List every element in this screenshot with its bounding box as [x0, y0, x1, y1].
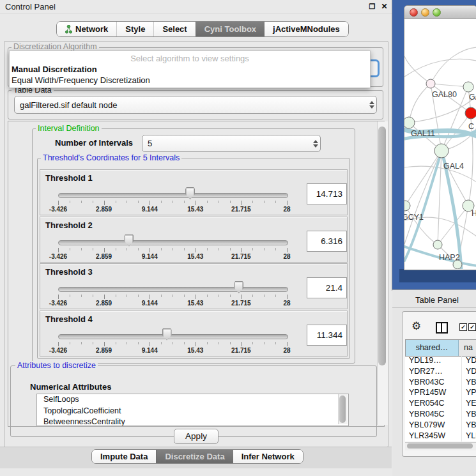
slider-track[interactable] — [58, 193, 288, 198]
settings-scrollbar-thumb[interactable] — [378, 127, 386, 365]
table-panel-title: Table Panel — [415, 295, 459, 305]
slider-tick-label: 21.715 — [231, 300, 251, 307]
apply-button[interactable]: Apply — [174, 429, 219, 444]
number-of-intervals-combobox[interactable]: 5 — [142, 135, 321, 152]
attributes-scrollbar-thumb[interactable] — [339, 395, 346, 423]
network-node-label: C — [468, 122, 474, 131]
table-hscrollbar-thumb[interactable] — [407, 443, 473, 449]
slider-tick — [252, 342, 253, 344]
close-icon[interactable]: ✕ — [380, 3, 388, 11]
slider-track[interactable] — [58, 287, 288, 292]
attribute-list-item[interactable]: BetweennessCentrality — [37, 417, 348, 426]
slider-tick-label: 28 — [283, 253, 290, 260]
algorithm-option[interactable]: Manual Discretization — [12, 65, 97, 74]
slider-tick-label: -3.426 — [49, 347, 67, 354]
column-header-name[interactable]: na — [459, 340, 476, 356]
network-node-gal80[interactable] — [426, 79, 435, 88]
slider-track[interactable] — [58, 240, 288, 245]
cell-shared-name: YER054C — [405, 399, 462, 410]
network-graph[interactable]: GAL80GACGAL11GAL4GCY1HHAP2 — [404, 18, 476, 269]
network-window-titlebar[interactable] — [404, 6, 476, 19]
threshold-value-field[interactable]: 11.344 — [307, 325, 347, 346]
minimize-traffic-light-icon[interactable] — [421, 8, 429, 17]
tab-infer-network[interactable]: Infer Network — [233, 450, 303, 463]
table-row[interactable]: YBR043CYBR0 — [405, 378, 476, 388]
threshold-value-field[interactable]: 6.316 — [307, 231, 347, 252]
slider-tick — [264, 295, 265, 297]
threshold-value-field[interactable]: 14.713 — [307, 183, 347, 204]
slider-tick — [161, 295, 162, 297]
slider-tick — [219, 295, 219, 297]
table-row[interactable]: YBL079WYBL0 — [405, 420, 476, 431]
network-node-ga[interactable] — [463, 82, 473, 92]
slider-tick-label: 15.43 — [187, 206, 203, 213]
close-traffic-light-icon[interactable] — [410, 8, 418, 17]
threshold-panel-3: Threshold 3-3.4262.8599.14415.4321.71528… — [40, 263, 348, 309]
cell-name: YLR3 — [462, 431, 476, 441]
tab-label: Infer Network — [242, 450, 295, 463]
cell-shared-name: YDR27… — [405, 367, 462, 378]
table-row[interactable]: YPR145WYPR1 — [405, 388, 476, 399]
top-tab-bar: NetworkStyleSelectCyni ToolboxjActiveMNo… — [56, 21, 349, 37]
split-columns-icon[interactable] — [436, 322, 448, 334]
network-icon — [65, 25, 72, 34]
tab-network[interactable]: Network — [57, 22, 116, 36]
slider-track[interactable] — [58, 334, 288, 339]
slider-tick — [58, 342, 59, 346]
slider-tick — [81, 295, 82, 297]
slider-tick — [104, 248, 105, 252]
network-node-c[interactable] — [465, 107, 476, 119]
network-node-hap2[interactable] — [433, 240, 442, 249]
network-node[interactable] — [453, 260, 462, 269]
network-node-gal4[interactable] — [434, 144, 449, 158]
slider-tick — [230, 295, 231, 297]
table-data-combobox[interactable]: galFiltered.sif default node — [14, 96, 377, 114]
checkbox-icon[interactable]: ✓ — [459, 323, 467, 331]
gear-icon[interactable]: ⚙ — [411, 319, 421, 333]
table-header-row: shared… na — [405, 339, 476, 357]
algorithm-dropdown-popup: Select algorithm to view settings Manual… — [9, 50, 371, 88]
slider-tick-label: -3.426 — [49, 300, 67, 307]
table-data-combobox-value: galFiltered.sif default node — [15, 100, 367, 110]
cell-shared-name: YBR045C — [405, 410, 462, 420]
control-panel-titlebar: Control Panel ❐ ✕ — [0, 0, 392, 14]
network-edge — [404, 151, 441, 244]
table-row[interactable]: YDL19…YDL1 — [405, 356, 476, 367]
checkbox-icon[interactable]: ✓ — [468, 323, 476, 331]
slider-tick — [81, 342, 82, 344]
tab-impute-data[interactable]: Impute Data — [92, 450, 156, 463]
tab-cyni-toolbox[interactable]: Cyni Toolbox — [196, 22, 265, 36]
tab-discretize-data[interactable]: Discretize Data — [156, 450, 233, 463]
table-row[interactable]: YER054CYER0 — [405, 399, 476, 410]
network-node-gal11[interactable] — [404, 117, 415, 128]
attribute-list-item[interactable]: TopologicalCoefficient — [37, 406, 348, 417]
network-edge — [431, 84, 468, 87]
network-node-gcy1[interactable] — [404, 201, 410, 211]
tab-style[interactable]: Style — [116, 22, 153, 36]
slider-tick — [230, 201, 231, 203]
slider-tick — [58, 295, 59, 299]
threshold-value-field[interactable]: 21.4 — [307, 277, 347, 298]
float-window-icon[interactable]: ❐ — [368, 3, 376, 11]
slider-tick-label: 2.859 — [96, 253, 112, 260]
slider-tick — [81, 248, 82, 250]
table-row[interactable]: YBR045CYBR0 — [405, 410, 476, 420]
table-row[interactable]: YDR27…YDR2 — [405, 367, 476, 378]
bottom-tab-bar: Impute DataDiscretize DataInfer Network — [91, 449, 303, 464]
zoom-traffic-light-icon[interactable] — [433, 8, 441, 17]
slider-tick — [264, 342, 265, 344]
slider-tick — [219, 201, 219, 203]
column-header-shared-name[interactable]: shared… — [405, 340, 459, 356]
interval-definition-title: Interval Definition — [36, 124, 102, 133]
slider-tick — [196, 295, 196, 299]
table-row[interactable]: YLR345WYLR3 — [405, 431, 476, 441]
algorithm-option[interactable]: Equal Width/Frequency Discretization — [12, 75, 150, 85]
thresholds-group-title: Threshold's Coordinates for 5 Intervals — [41, 153, 181, 162]
numerical-attributes-list[interactable]: SelfLoopsTopologicalCoefficientBetweenne… — [36, 394, 349, 426]
tab-select[interactable]: Select — [153, 22, 195, 36]
slider-tick — [275, 248, 276, 250]
tab-jactivemnodules[interactable]: jActiveMNodules — [265, 22, 348, 36]
attribute-list-item[interactable]: SelfLoops — [37, 394, 348, 406]
cell-shared-name: YBL079W — [405, 420, 462, 431]
slider-tick — [230, 248, 231, 250]
